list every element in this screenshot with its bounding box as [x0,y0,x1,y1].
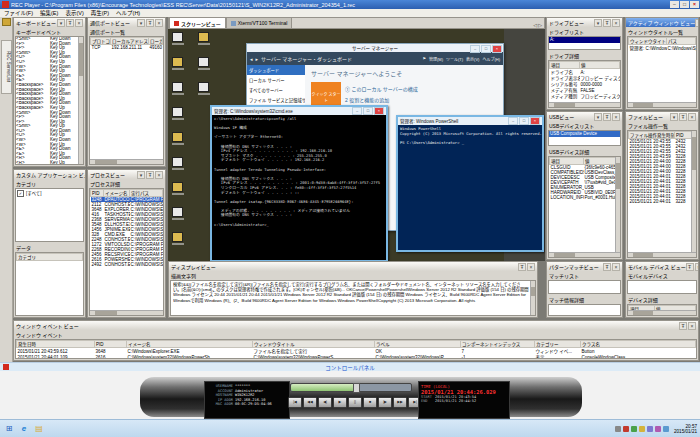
cmd-titlebar[interactable]: 管理者: C:\Windows\system32\cmd.exe – □ × [212,107,386,115]
scrollbar[interactable] [615,157,620,257]
comm-port-row[interactable]: TCP192.168.211.1149160 [91,45,163,51]
flag-icon[interactable]: ⚑ [422,56,426,62]
pin-icon[interactable]: Ŧ [603,19,611,27]
col-label[interactable]: ラベル [375,341,461,348]
menu-play[interactable]: 再生(P) [91,9,109,17]
tab-scroll-left-icon[interactable]: ◁ [533,22,537,28]
display-view-titlebar[interactable]: ディスプレイビュー Ŧ× [169,262,537,271]
tab-scroll-right-icon[interactable]: ▷ [538,22,542,28]
rec-player-icon[interactable] [3,364,9,370]
desktop-icon[interactable] [170,32,185,46]
col-pid[interactable]: PID [675,132,692,139]
all-checkbox[interactable]: ✓ [17,190,24,197]
scrollbar[interactable] [691,131,696,257]
close-button[interactable]: × [690,1,699,8]
col-path[interactable]: パス [667,38,696,45]
cmd-window[interactable]: 管理者: C:\Windows\system32\cmd.exe – □ × c… [210,105,388,261]
minimize-button[interactable]: – [508,117,518,125]
close-icon[interactable]: × [612,113,620,121]
close-button[interactable]: × [492,45,502,53]
col-window-title[interactable]: ウィンドウタイトル [253,341,375,348]
pin-icon[interactable]: Ŧ [603,113,611,121]
tray-icon[interactable] [623,426,629,432]
server-manager-titlebar[interactable]: サーバー マネージャー – □ × [247,44,503,52]
pattern-match-titlebar[interactable]: パターンマッチビュー Ŧ× [547,262,622,271]
quickstart-item-1[interactable]: ① このローカル サーバーの構成 [345,85,418,92]
back-icon[interactable]: ◂ [250,56,253,62]
usb-device-list[interactable]: USB Composite Device [548,130,621,146]
scrollbar[interactable] [628,102,696,107]
pin-icon[interactable]: Ŧ [518,263,526,271]
maximize-button[interactable]: □ [481,45,491,53]
file-view-titlebar[interactable]: ファイルビュー ▾Ŧ× [626,112,698,121]
drive-detail-row[interactable]: メディア種別フロッピーディスク [550,93,620,99]
col-item[interactable]: 項目 [550,158,584,165]
tab-screen-view[interactable]: スクリーンビュー [169,17,226,28]
close-icon[interactable]: × [527,263,535,271]
match-list[interactable] [548,280,621,294]
window-event-titlebar[interactable]: ウィンドウ イベント ビュー Ŧ× [14,321,698,330]
scrollbar[interactable] [90,310,163,315]
transport-button[interactable]: |◀ [288,397,302,408]
scrollbar[interactable] [628,310,696,315]
active-window-row[interactable]: 管理者: C:\Windows\syst...C:\Windows\Sys... [629,45,696,52]
toolbar-icon[interactable] [2,18,11,26]
mobile-device-titlebar[interactable]: モバイル デバイス ビュー Ŧ× [626,262,698,271]
sm-menu-help[interactable]: ヘルプ(H) [482,56,500,62]
drive-list[interactable]: A: [548,36,621,50]
col-local-port[interactable]: ローカル [149,38,163,45]
desktop-icon[interactable] [170,207,185,221]
server-list-tab[interactable]: REC ServerList [1,40,12,94]
scrollbar[interactable] [549,252,620,257]
desktop-icon[interactable] [196,32,211,46]
menu-view[interactable]: 表示(V) [65,9,83,17]
col-component-index[interactable]: コンポーネントインデックス [461,341,535,348]
tab-xterm-terminal[interactable]: Xterm/VT100 Terminal [226,17,293,28]
close-button[interactable]: × [530,117,540,125]
explorer-folder-icon[interactable]: ▤ [33,423,45,435]
col-pid[interactable]: PID [91,190,104,197]
pin-icon[interactable]: Ŧ [66,19,74,27]
usb-device-item[interactable]: USB Composite Device [549,131,620,137]
nav-item[interactable]: ローカル サーバー [247,75,305,85]
transport-button[interactable]: ▶▶ [393,397,407,408]
desktop-icon[interactable] [170,132,185,146]
col-image[interactable]: イメージ名 [104,190,130,197]
mobile-device-list[interactable] [627,280,697,294]
tray-icon[interactable] [631,426,637,432]
desktop-icon[interactable] [170,82,185,96]
scrollbar[interactable] [530,281,535,315]
progress-slider[interactable] [290,383,412,392]
nav-item[interactable]: ファイル サービスと記憶域サービス [247,95,305,105]
scrollbar[interactable] [549,102,620,107]
col-protocol[interactable]: プロトコル [91,38,111,45]
tray-icon[interactable] [655,426,661,432]
drive-list-item[interactable]: A: [549,37,620,43]
close-icon[interactable]: × [155,171,163,179]
transport-button[interactable]: ▶ [333,397,347,408]
col-window-title[interactable]: ウィンドウタイトル [629,38,667,45]
minimize-button[interactable]: – [352,107,362,115]
maximize-button[interactable]: □ [363,107,373,115]
category-list[interactable]: ✓ [すべて] [15,188,84,242]
custom-app-titlebar[interactable]: カスタム アプリケーション ビュー ▾Ŧ× [14,170,85,179]
comm-port-titlebar[interactable]: 通信ポートビュー ▾Ŧ× [88,18,165,27]
col-class[interactable]: クラス名 [581,341,696,348]
close-icon[interactable]: × [612,263,620,271]
transport-button[interactable]: || [348,397,362,408]
dropdown-icon[interactable]: ▾ [594,113,602,121]
forward-icon[interactable]: ▸ [256,56,259,62]
maximize-button[interactable]: □ [519,117,529,125]
sm-menu-tools[interactable]: ツール(T) [446,56,463,62]
scrollbar[interactable] [628,252,696,257]
transport-button[interactable]: |▶ [378,397,392,408]
maximize-button[interactable]: □ [680,1,689,8]
desktop-icon[interactable] [170,107,185,121]
close-icon[interactable]: × [688,322,696,330]
process-view-titlebar[interactable]: プロセスビュー ▾Ŧ× [88,170,165,179]
dropdown-icon[interactable]: ▾ [57,19,65,27]
minimize-button[interactable]: – [470,45,480,53]
dropdown-icon[interactable]: ▾ [695,19,698,27]
dropdown-icon[interactable]: ▾ [137,19,145,27]
nav-item[interactable]: すべてのサーバー [247,85,305,95]
